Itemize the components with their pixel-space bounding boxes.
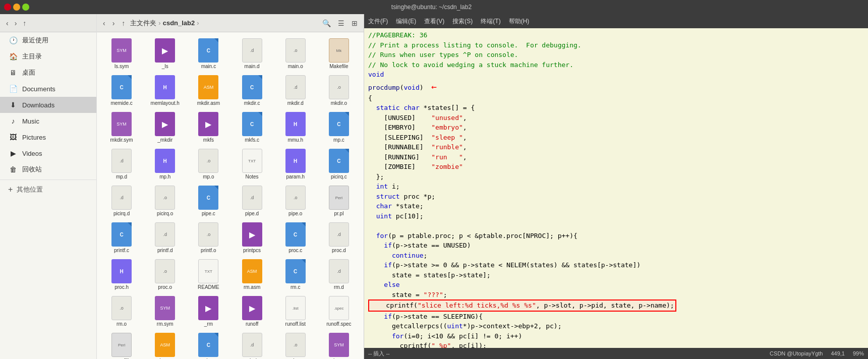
menu-help[interactable]: 帮助(H)	[509, 17, 530, 26]
fm-forward-button[interactable]: ›	[110, 18, 117, 28]
o-icon: .o	[198, 222, 218, 247]
code-statusbar: -- 插入 -- CSDN @UtopiayYgth 449,1 99%	[364, 348, 868, 359]
file-item[interactable]: C sh.c	[188, 331, 229, 359]
file-item[interactable]: .o proc.o	[144, 257, 186, 292]
file-item[interactable]: C proc.c	[275, 220, 316, 255]
menu-view[interactable]: 查看(V)	[424, 17, 444, 26]
code-content[interactable]: //PAGEBREAK: 36 // Print a process listi…	[364, 28, 868, 348]
file-item[interactable]: ▶ printpcs	[231, 220, 272, 255]
fm-list-view-button[interactable]: ☰	[336, 18, 346, 28]
file-item[interactable]: .d printf.d	[144, 220, 186, 255]
sidebar-item-documents[interactable]: 📄 Documents	[0, 81, 96, 97]
file-item[interactable]: H memlayout.h	[144, 73, 186, 108]
sidebar-item-home[interactable]: 🏠 主目录	[0, 48, 96, 65]
file-item[interactable]: ▶ _mkdir	[144, 110, 186, 145]
nav-up-button[interactable]: ↑	[21, 18, 28, 28]
file-item[interactable]: ▶ mkfs	[188, 110, 229, 145]
d-icon: .d	[329, 222, 349, 247]
file-label: pipe.c	[202, 211, 215, 216]
file-item[interactable]: C mp.c	[318, 110, 360, 145]
file-item[interactable]: TXT Notes	[231, 147, 272, 182]
sidebar-item-label: Videos	[22, 150, 42, 157]
file-item[interactable]: ▶ _rm	[188, 294, 229, 329]
file-item[interactable]: .o pipe.o	[275, 184, 316, 218]
file-item[interactable]: ▶ _ls	[144, 36, 186, 71]
file-item[interactable]: SYM mkdir.sym	[101, 110, 142, 145]
file-item[interactable]: C rm.c	[275, 257, 316, 292]
sidebar-item-recent[interactable]: 🕐 最近使用	[0, 32, 96, 48]
file-item[interactable]: SYM ls.sym	[101, 36, 142, 71]
sidebar-item-label: 回收站	[22, 165, 42, 174]
list-icon: .list	[285, 296, 306, 320]
file-item[interactable]: .o mkdir.o	[318, 73, 360, 108]
file-item[interactable]: C main.c	[188, 36, 229, 71]
nav-back-button[interactable]: ‹	[4, 18, 11, 28]
file-item[interactable]: ▶ runoff	[231, 294, 272, 329]
file-item[interactable]: .o picirq.o	[144, 184, 186, 218]
fm-up-button[interactable]: ↑	[120, 18, 127, 28]
file-label: runoff.spec	[326, 321, 351, 327]
file-item[interactable]: C mkfs.c	[231, 110, 272, 145]
file-item[interactable]: ASM sh.asm	[144, 331, 186, 359]
fm-grid-view-button[interactable]: ⊞	[350, 18, 360, 28]
file-item[interactable]: .d main.d	[231, 36, 272, 71]
file-item[interactable]: TXT README	[188, 257, 229, 292]
menu-terminal[interactable]: 终端(T)	[481, 17, 500, 26]
file-item[interactable]: C picirq.c	[318, 147, 360, 182]
close-button[interactable]	[4, 4, 11, 11]
file-item[interactable]: .o mp.o	[188, 147, 229, 182]
fm-back-button[interactable]: ‹	[101, 18, 107, 28]
minimize-button[interactable]	[13, 4, 20, 11]
file-item[interactable]: .list runoff.list	[275, 294, 316, 329]
sidebar-item-pictures[interactable]: 🖼 Pictures	[0, 129, 96, 145]
menu-file[interactable]: 文件(F)	[368, 17, 388, 26]
sidebar-item-trash[interactable]: 🗑 回收站	[0, 161, 96, 177]
file-item[interactable]: .spec runoff.spec	[318, 294, 360, 329]
file-item[interactable]: .d mp.d	[101, 147, 142, 182]
fm-search-button[interactable]: 🔍	[320, 18, 333, 28]
menu-search[interactable]: 搜索(S)	[452, 17, 473, 26]
c-icon: C	[285, 259, 306, 283]
file-item[interactable]: .o rm.o	[101, 294, 142, 329]
file-label: proc.d	[332, 248, 346, 253]
file-item[interactable]: C mkdir.c	[231, 73, 272, 108]
file-item[interactable]: .o sh.o	[275, 331, 316, 359]
scroll-percent: 99%	[853, 350, 864, 356]
sidebar-item-downloads[interactable]: ⬇ Downloads	[0, 97, 96, 113]
menu-edit[interactable]: 编辑(E)	[396, 17, 416, 26]
file-item[interactable]: H param.h	[275, 147, 316, 182]
file-item[interactable]: .o printf.o	[188, 220, 229, 255]
file-item[interactable]: C printf.c	[101, 220, 142, 255]
sidebar-item-music[interactable]: ♪ Music	[0, 113, 96, 129]
maximize-button[interactable]	[22, 4, 29, 11]
titlebar-left-controls[interactable]	[4, 4, 29, 11]
file-item[interactable]: SYM sh.sym	[318, 331, 360, 359]
file-label: mp.d	[116, 174, 127, 180]
sidebar-item-desktop[interactable]: 🖥 桌面	[0, 65, 96, 81]
file-item[interactable]: .d picirq.d	[101, 184, 142, 218]
file-item[interactable]: H proc.h	[101, 257, 142, 292]
file-item[interactable]: .o main.o	[275, 36, 316, 71]
o-icon: .o	[155, 259, 175, 283]
file-item[interactable]: H mp.h	[144, 147, 186, 182]
nav-add-location[interactable]: + 其他位置	[0, 182, 96, 197]
file-item[interactable]: .d mkdir.d	[275, 73, 316, 108]
file-item[interactable]: Perl runoff1	[101, 331, 142, 359]
file-item[interactable]: .d sh.d	[231, 331, 272, 359]
fm-file-grid: SYM ls.sym ▶ _ls C main.c .d main.d .o m…	[97, 32, 364, 359]
file-item[interactable]: H mmu.h	[275, 110, 316, 145]
file-label: rm.sym	[157, 321, 173, 327]
file-item[interactable]: .d rm.d	[318, 257, 360, 292]
file-item[interactable]: C pipe.c	[188, 184, 229, 218]
file-item[interactable]: SYM rm.sym	[144, 294, 186, 329]
file-item[interactable]: ASM rm.asm	[231, 257, 272, 292]
nav-forward-button[interactable]: ›	[13, 18, 19, 28]
file-item[interactable]: .d proc.d	[318, 220, 360, 255]
file-item[interactable]: ASM mkdir.asm	[188, 73, 229, 108]
file-item[interactable]: Mk Makefile	[318, 36, 360, 71]
file-item[interactable]: C memide.c	[101, 73, 142, 108]
sidebar-item-videos[interactable]: ▶ Videos	[0, 145, 96, 161]
file-item[interactable]: .d pipe.d	[231, 184, 272, 218]
file-label: picirq.o	[157, 211, 173, 216]
file-item[interactable]: Perl pr.pl	[318, 184, 360, 218]
